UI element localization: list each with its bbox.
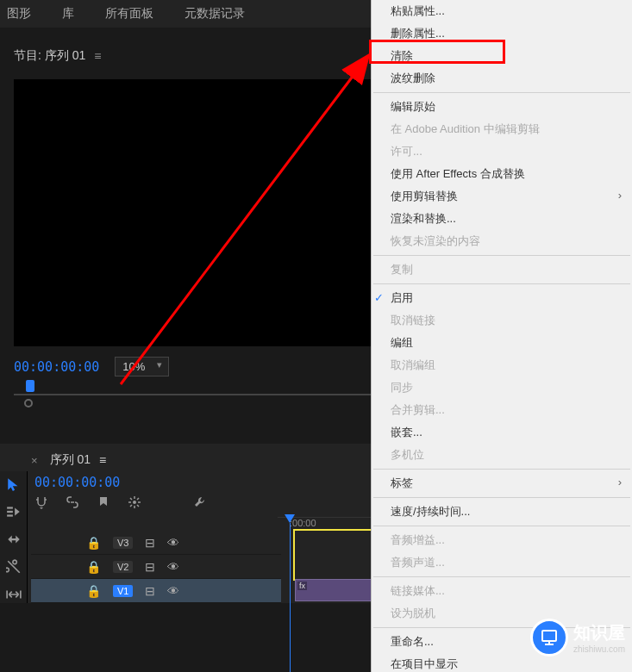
menu-metadata[interactable]: 元数据记录 xyxy=(185,6,245,22)
track-header-V2[interactable]: 🔒V2⊟👁 xyxy=(31,555,281,579)
menu-separator xyxy=(373,92,630,93)
selection-tool-icon[interactable] xyxy=(6,476,22,492)
sync-lock-icon[interactable]: ⊟ xyxy=(145,536,155,550)
track-header-V1[interactable]: 🔒V1⊟👁 xyxy=(31,579,281,603)
lock-icon[interactable]: 🔒 xyxy=(86,584,101,598)
wrench-icon[interactable] xyxy=(193,495,207,512)
menu-item-粘贴属性[interactable]: 粘贴属性... xyxy=(372,0,632,22)
menu-item-使用剪辑替换[interactable]: 使用剪辑替换 xyxy=(372,185,632,208)
sync-lock-icon[interactable]: ⊟ xyxy=(145,560,155,574)
menu-item-多机位: 多机位 xyxy=(372,444,632,466)
menu-item-在AdobeAudition中编辑剪辑: 在 Adobe Audition 中编辑剪辑 xyxy=(372,118,632,140)
link-icon[interactable] xyxy=(66,495,79,512)
menu-item-速度持续时间[interactable]: 速度/持续时间... xyxy=(372,501,632,523)
lock-icon[interactable]: 🔒 xyxy=(86,560,101,574)
track-header-V3[interactable]: 🔒V3⊟👁 xyxy=(31,531,281,555)
svg-point-3 xyxy=(133,501,136,504)
menu-all-panels[interactable]: 所有面板 xyxy=(105,6,153,22)
menu-item-启用[interactable]: 启用✓ xyxy=(372,287,632,309)
menu-item-恢复未渲染的内容: 恢复未渲染的内容 xyxy=(372,230,632,252)
svg-rect-5 xyxy=(542,631,556,641)
menu-item-同步: 同步 xyxy=(372,376,632,399)
watermark-url: zhishiwu.com xyxy=(573,644,625,654)
eye-icon[interactable]: 👁 xyxy=(167,560,179,574)
track-label[interactable]: V3 xyxy=(113,537,133,549)
lock-icon[interactable]: 🔒 xyxy=(86,536,101,550)
ripple-tool-icon[interactable] xyxy=(6,532,22,547)
menu-item-标签[interactable]: 标签 xyxy=(372,472,632,495)
menu-separator xyxy=(373,526,630,526)
watermark-brand: 知识屋 xyxy=(573,621,625,644)
menu-item-取消链接: 取消链接 xyxy=(372,309,632,332)
watermark: 知识屋 zhishiwu.com xyxy=(530,619,625,656)
svg-rect-0 xyxy=(7,507,13,508)
menu-item-合并剪辑: 合并剪辑... xyxy=(372,399,632,421)
clip-selection-outline xyxy=(293,529,374,581)
menu-item-编辑原始[interactable]: 编辑原始 xyxy=(372,96,632,118)
watermark-logo-icon xyxy=(530,619,568,656)
slider-thumb[interactable] xyxy=(26,380,34,392)
svg-rect-1 xyxy=(7,511,13,513)
menu-item-链接媒体: 链接媒体... xyxy=(372,580,632,602)
track-label[interactable]: V1 xyxy=(113,585,133,597)
context-menu: 粘贴属性...删除属性...清除波纹删除编辑原始在 Adobe Audition… xyxy=(371,0,632,672)
check-icon: ✓ xyxy=(374,291,384,304)
menu-item-渲染和替换[interactable]: 渲染和替换... xyxy=(372,208,632,230)
menu-separator xyxy=(373,469,630,470)
menu-item-音频增益: 音频增益... xyxy=(372,529,632,551)
menu-item-清除[interactable]: 清除 xyxy=(372,45,632,67)
panel-menu-icon[interactable]: ≡ xyxy=(94,49,101,63)
eye-icon[interactable]: 👁 xyxy=(167,584,179,598)
menu-separator xyxy=(373,255,630,256)
zoom-select[interactable]: 10% xyxy=(115,357,169,376)
menu-item-复制: 复制 xyxy=(372,258,632,281)
menu-item-许可: 许可... xyxy=(372,140,632,163)
eye-icon[interactable]: 👁 xyxy=(167,536,179,550)
menu-item-嵌套[interactable]: 嵌套... xyxy=(372,421,632,444)
menu-separator xyxy=(373,497,630,498)
menu-library[interactable]: 库 xyxy=(62,6,74,22)
menu-item-取消编组: 取消编组 xyxy=(372,354,632,376)
settings-icon[interactable] xyxy=(128,495,141,512)
slider-circle-icon xyxy=(24,399,33,408)
menu-item-音频声道: 音频声道... xyxy=(372,551,632,574)
menu-item-编组[interactable]: 编组 xyxy=(372,332,632,354)
razor-tool-icon[interactable] xyxy=(6,559,22,575)
menu-graphics[interactable]: 图形 xyxy=(7,6,31,22)
clip-fx-badge: fx xyxy=(297,582,307,590)
track-label[interactable]: V2 xyxy=(113,561,133,573)
close-tab-icon[interactable]: × xyxy=(31,454,38,467)
menu-item-波纹删除[interactable]: 波纹删除 xyxy=(372,67,632,90)
snap-icon[interactable] xyxy=(34,495,48,512)
menu-item-使用AfterEffects合成替换[interactable]: 使用 After Effects 合成替换 xyxy=(372,163,632,185)
sync-lock-icon[interactable]: ⊟ xyxy=(145,584,155,598)
program-timecode[interactable]: 00:00:00:00 xyxy=(14,359,99,375)
tab-menu-icon[interactable]: ≡ xyxy=(99,453,106,467)
svg-rect-2 xyxy=(7,514,13,516)
program-panel-title: 节目: 序列 01 xyxy=(14,48,85,64)
menu-separator xyxy=(373,283,630,284)
menu-item-删除属性[interactable]: 删除属性... xyxy=(372,22,632,45)
timeline-clip[interactable]: fx xyxy=(295,579,372,601)
slip-tool-icon[interactable] xyxy=(6,587,22,602)
marker-add-icon[interactable] xyxy=(97,495,110,512)
sequence-tab-title[interactable]: 序列 01 xyxy=(50,452,91,468)
track-select-tool-icon[interactable] xyxy=(6,504,22,520)
menu-separator xyxy=(373,576,630,577)
